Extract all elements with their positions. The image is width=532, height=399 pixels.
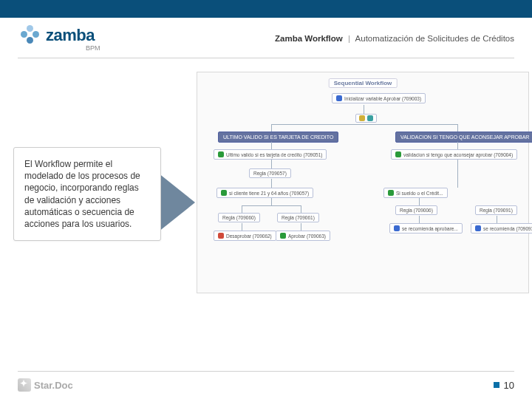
node-label: Ultimo valido si es tarjeta de credito (… [226,152,322,157]
content-area: El Workflow permite el modelado de los p… [0,58,532,376]
node-label: Si sueldo o el Crédit... [396,191,443,196]
node-regla: Regla (709057) [249,168,291,178]
footer-brand: Star.Doc [34,380,73,391]
node-regla: Regla (709006) [395,205,437,215]
footer-divider [18,371,514,372]
diagram-title: Sequential Workflow [329,78,398,88]
node-rule: Ultimo valido si es tarjeta de credito (… [214,149,327,160]
branch-title-right: VALIDACION SI TENGO QUE ACONSEJAR APROBA… [395,132,532,143]
node-label: Regla (709057) [253,171,287,176]
node-action: se recomienda (709093) [471,223,532,233]
node-action: Aprobar (709063) [276,231,330,241]
check-icon [218,151,224,157]
title-divider: | [348,34,350,43]
logo-subtitle: BPM [86,44,100,52]
node-label: Regla (709006) [400,208,433,213]
node-condition: si cliente tiene 21 y 64 años (709057) [216,188,313,198]
node-regla: Regla (709091) [475,205,517,215]
variable-icon [336,95,342,101]
node-regla: Regla (709061) [277,213,319,222]
node-label: se recomienda aprobare... [402,226,458,231]
recommend-icon [475,225,481,231]
footer: Star.Doc 10 [0,371,532,399]
node-branch [355,114,377,123]
node-label: Regla (709091) [480,208,513,213]
node-label: Desaprobar (709062) [226,233,272,239]
logo-text: zamba [46,26,95,45]
node-condition: Si sueldo o el Crédit... [383,188,448,198]
node-action: se recomienda aprobare... [389,223,463,233]
workflow-diagram: Sequential Workflow Inicializar variable… [197,72,529,293]
branch-icon [367,115,373,121]
page-number: 10 [494,380,514,391]
callout-box: El Workflow permite el modelado de los p… [13,147,161,241]
star-icon [18,378,31,392]
logo-icon [18,25,41,46]
approve-icon [280,233,286,239]
check-icon [221,190,227,196]
title-main: Zamba Workflow [275,34,343,43]
node-label: si cliente tiene 21 y 64 años (709057) [229,191,309,196]
node-regla: Regla (709060) [218,213,260,222]
title-sub: Automatización de Solicitudes de Crédito… [355,34,514,43]
branch-title-left: ULTIMO VALIDO SI ES TARJETA DE CREDITO [218,132,338,143]
deny-icon [218,233,224,239]
callout-arrow-icon [158,173,195,232]
node-action: Desaprobar (709062) [214,231,276,241]
top-bar [0,0,532,18]
node-label: Aprobar (709063) [288,233,326,239]
check-icon [395,151,401,157]
callout-text: El Workflow permite el modelado de los p… [24,159,140,229]
page-title: Zamba Workflow | Automatización de Solic… [275,34,514,43]
page-number-value: 10 [504,380,514,391]
header: zamba BPM Zamba Workflow | Automatizació… [0,18,532,55]
footer-logo: Star.Doc [18,378,73,392]
logo: zamba [18,25,100,46]
bullet-icon [494,382,499,388]
node-rule: validacion si tengo que aconsejar aproba… [391,149,517,160]
node-label: validacion si tengo que aconsejar aproba… [403,152,513,157]
recommend-icon [394,225,400,231]
node-label: Regla (709060) [222,215,256,220]
node-label: Inicializar variable Aprobar (709003) [344,96,421,101]
check-icon [388,190,394,196]
node-init: Inicializar variable Aprobar (709003) [332,93,426,103]
branch-icon [359,115,365,121]
node-label: Regla (709061) [282,215,315,220]
node-label: se recomienda (709093) [483,226,532,231]
